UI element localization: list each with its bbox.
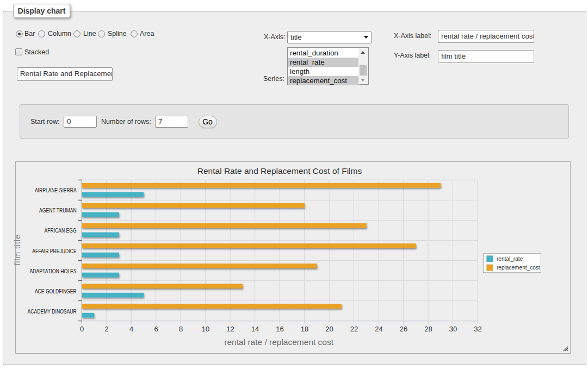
svg-text:28: 28	[424, 325, 432, 333]
svg-text:10: 10	[202, 325, 209, 333]
svg-text:26: 26	[400, 325, 407, 333]
svg-text:ACE GOLDFINGER: ACE GOLDFINGER	[35, 288, 77, 294]
svg-text:2: 2	[105, 325, 109, 333]
svg-text:32: 32	[474, 325, 481, 333]
svg-text:12: 12	[226, 325, 234, 333]
svg-text:30: 30	[449, 325, 457, 333]
svg-text:8: 8	[179, 325, 183, 333]
svg-text:AFFAIR PREJUDICE: AFFAIR PREJUDICE	[32, 248, 77, 254]
svg-text:14: 14	[251, 325, 259, 333]
svg-text:rental_rate: rental_rate	[497, 256, 523, 262]
svg-text:18: 18	[301, 325, 308, 333]
svg-text:4: 4	[129, 325, 133, 333]
svg-text:Rental Rate and Replacement Co: Rental Rate and Replacement Cost of Film…	[197, 166, 362, 175]
svg-text:AIRPLANE SIERRA: AIRPLANE SIERRA	[35, 187, 77, 193]
svg-text:replacement_cost: replacement_cost	[497, 265, 540, 271]
svg-text:AGENT TRUMAN: AGENT TRUMAN	[39, 207, 77, 214]
svg-text:20: 20	[325, 325, 333, 333]
svg-text:0: 0	[80, 325, 84, 333]
svg-text:24: 24	[375, 325, 382, 333]
svg-text:rental rate / replacement cost: rental rate / replacement cost	[224, 337, 333, 347]
svg-text:AFRICAN EGG: AFRICAN EGG	[45, 227, 77, 234]
svg-text:ADAPTATION HOLES: ADAPTATION HOLES	[29, 268, 76, 274]
svg-text:22: 22	[350, 325, 358, 333]
svg-text:16: 16	[276, 325, 283, 333]
svg-text:film title: film title	[13, 234, 22, 265]
svg-text:ACADEMY DINOSAUR: ACADEMY DINOSAUR	[28, 308, 77, 315]
svg-text:6: 6	[154, 325, 158, 333]
